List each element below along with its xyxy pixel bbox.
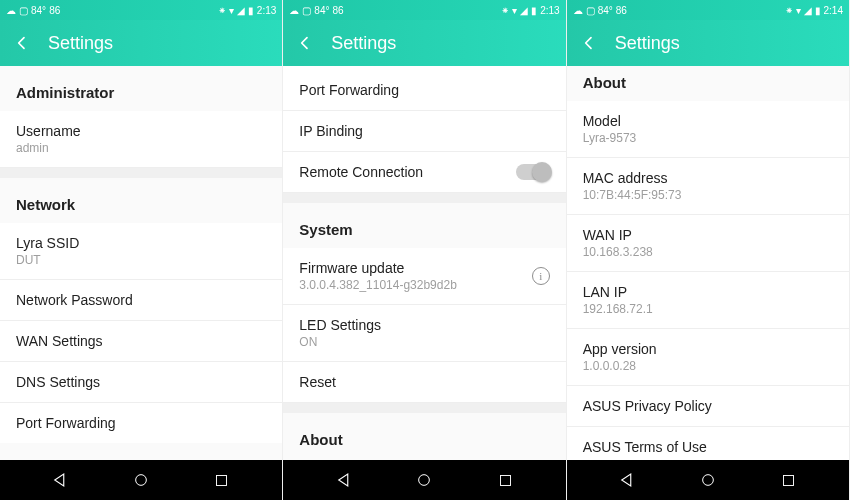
nav-back-button[interactable] — [607, 465, 647, 495]
status-temp: 84° — [31, 5, 46, 16]
info-icon[interactable]: i — [532, 267, 550, 285]
status-bar: ☁ ▢ 84° 86 ⁕ ▾ ◢ ▮ 2:14 — [567, 0, 849, 20]
square-recent-icon — [781, 473, 796, 488]
row-remote-connection[interactable]: Remote Connection — [283, 152, 565, 193]
chevron-left-icon — [297, 35, 313, 51]
row-wan-settings[interactable]: WAN Settings — [0, 321, 282, 362]
row-reset[interactable]: Reset — [283, 362, 565, 403]
status-bar: ☁ ▢ 84° 86 ⁕ ▾ ◢ ▮ 2:13 — [0, 0, 282, 20]
svg-rect-5 — [784, 475, 794, 485]
divider — [283, 193, 565, 203]
row-port-forwarding[interactable]: Port Forwarding — [0, 403, 282, 443]
row-title: Port Forwarding — [16, 415, 266, 431]
status-humidity: 86 — [616, 5, 627, 16]
nav-home-button[interactable] — [121, 465, 161, 495]
screen-1: ☁ ▢ 84° 86 ⁕ ▾ ◢ ▮ 2:13 Settings Adminis… — [0, 0, 283, 500]
row-sub: 10:7B:44:5F:95:73 — [583, 188, 833, 202]
bluetooth-icon: ⁕ — [785, 5, 793, 16]
row-dns-settings[interactable]: DNS Settings — [0, 362, 282, 403]
row-firmware-update[interactable]: Firmware update 3.0.0.4.382_11014-g32b9d… — [283, 248, 565, 305]
status-humidity: 86 — [49, 5, 60, 16]
nav-recent-button[interactable] — [485, 465, 525, 495]
section-header-administrator: Administrator — [0, 66, 282, 111]
android-nav-bar — [283, 460, 565, 500]
chevron-left-icon — [14, 35, 30, 51]
battery-icon: ▮ — [248, 5, 254, 16]
row-sub: 3.0.0.4.382_11014-g32b9d2b — [299, 278, 531, 292]
row-title: LED Settings — [299, 317, 549, 333]
row-app-version: App version 1.0.0.0.28 — [567, 329, 849, 386]
row-sub: DUT — [16, 253, 266, 267]
status-time: 2:13 — [540, 5, 559, 16]
content-area[interactable]: Administrator Username admin Network Lyr… — [0, 66, 282, 460]
status-time: 2:13 — [257, 5, 276, 16]
app-bar: Settings — [567, 20, 849, 66]
row-title: Firmware update — [299, 260, 531, 276]
back-button[interactable] — [291, 29, 319, 57]
nav-recent-button[interactable] — [769, 465, 809, 495]
row-network-password[interactable]: Network Password — [0, 280, 282, 321]
divider — [0, 168, 282, 178]
row-title: Reset — [299, 374, 549, 390]
status-temp: 84° — [314, 5, 329, 16]
row-title: Network Password — [16, 292, 266, 308]
status-time: 2:14 — [824, 5, 843, 16]
bluetooth-icon: ⁕ — [501, 5, 509, 16]
page-title: Settings — [331, 33, 396, 54]
row-model: Model Lyra-9573 — [567, 101, 849, 158]
circle-home-icon — [700, 472, 716, 488]
nav-recent-button[interactable] — [202, 465, 242, 495]
row-led-settings[interactable]: LED Settings ON — [283, 305, 565, 362]
square-recent-icon — [498, 473, 513, 488]
row-title: DNS Settings — [16, 374, 266, 390]
row-sub: admin — [16, 141, 266, 155]
back-button[interactable] — [575, 29, 603, 57]
nav-home-button[interactable] — [688, 465, 728, 495]
svg-point-2 — [419, 475, 430, 486]
screen-3: ☁ ▢ 84° 86 ⁕ ▾ ◢ ▮ 2:14 Settings About M… — [567, 0, 850, 500]
remote-connection-toggle[interactable] — [516, 164, 550, 180]
nav-back-button[interactable] — [324, 465, 364, 495]
app-bar: Settings — [0, 20, 282, 66]
row-sub: Lyra-9573 — [583, 131, 833, 145]
section-header-network: Network — [0, 178, 282, 223]
svg-point-0 — [136, 475, 147, 486]
divider — [283, 403, 565, 413]
weather-icon: ☁ — [289, 5, 299, 16]
status-bar: ☁ ▢ 84° 86 ⁕ ▾ ◢ ▮ 2:13 — [283, 0, 565, 20]
row-lyra-ssid[interactable]: Lyra SSID DUT — [0, 223, 282, 280]
row-terms-of-use[interactable]: ASUS Terms of Use — [567, 427, 849, 460]
square-recent-icon — [214, 473, 229, 488]
svg-point-4 — [702, 475, 713, 486]
signal-icon: ◢ — [520, 5, 528, 16]
image-icon: ▢ — [302, 5, 311, 16]
circle-home-icon — [416, 472, 432, 488]
image-icon: ▢ — [586, 5, 595, 16]
row-ip-binding[interactable]: IP Binding — [283, 111, 565, 152]
row-port-forwarding[interactable]: Port Forwarding — [283, 66, 565, 111]
row-title: IP Binding — [299, 123, 549, 139]
triangle-back-icon — [335, 471, 353, 489]
content-area[interactable]: About Model Lyra-9573 MAC address 10:7B:… — [567, 66, 849, 460]
triangle-back-icon — [618, 471, 636, 489]
image-icon: ▢ — [19, 5, 28, 16]
weather-icon: ☁ — [573, 5, 583, 16]
page-title: Settings — [615, 33, 680, 54]
row-lan-ip: LAN IP 192.168.72.1 — [567, 272, 849, 329]
row-title: LAN IP — [583, 284, 833, 300]
row-privacy-policy[interactable]: ASUS Privacy Policy — [567, 386, 849, 427]
row-title: WAN IP — [583, 227, 833, 243]
row-sub: ON — [299, 335, 549, 349]
nav-back-button[interactable] — [40, 465, 80, 495]
content-area[interactable]: Port Forwarding IP Binding Remote Connec… — [283, 66, 565, 460]
section-header-system: System — [283, 203, 565, 248]
section-header-about: About — [567, 66, 849, 101]
signal-icon: ◢ — [804, 5, 812, 16]
row-sub: 192.168.72.1 — [583, 302, 833, 316]
svg-rect-1 — [217, 475, 227, 485]
status-temp: 84° — [598, 5, 613, 16]
back-button[interactable] — [8, 29, 36, 57]
row-title: WAN Settings — [16, 333, 266, 349]
row-username[interactable]: Username admin — [0, 111, 282, 168]
nav-home-button[interactable] — [404, 465, 444, 495]
